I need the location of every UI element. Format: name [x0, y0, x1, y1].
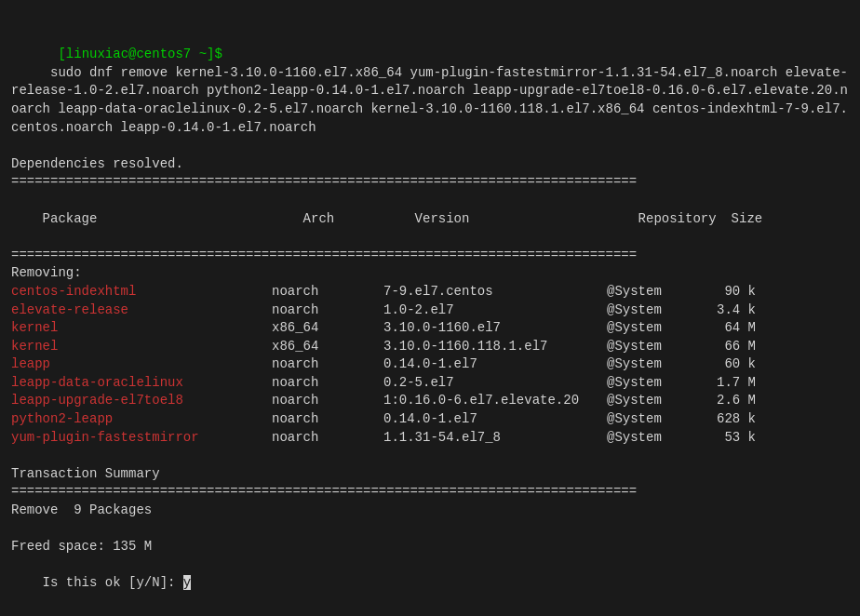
- pkg-name: leapp-data-oraclelinux: [11, 374, 272, 393]
- header-package: Package: [43, 210, 303, 229]
- freed-space: Freed space: 135 M: [11, 538, 849, 556]
- pkg-arch: noarch: [272, 429, 383, 448]
- pkg-arch: x86_64: [272, 319, 383, 338]
- terminal: [linuxiac@centos7 ~]$ sudo dnf remove ke…: [0, 0, 860, 616]
- separator-3: ========================================…: [11, 483, 849, 502]
- removing-label: Removing:: [11, 264, 849, 283]
- table-row: leapp-upgrade-el7toel8noarch1:0.16.0-6.e…: [11, 392, 849, 410]
- pkg-size: 64 M: [700, 319, 756, 338]
- blank-1: [11, 447, 849, 465]
- pkg-version: 1:0.16.0-6.el7.elevate.20: [383, 392, 607, 410]
- pkg-name: kernel: [11, 338, 272, 356]
- pkg-name: leapp: [11, 355, 272, 374]
- pkg-size: 66 M: [700, 338, 756, 356]
- header-repository: Repository: [638, 210, 732, 229]
- table-row: leapp-data-oraclelinuxnoarch0.2-5.el7@Sy…: [11, 374, 849, 393]
- pkg-repo: @System: [607, 410, 700, 429]
- header-arch: Arch: [303, 210, 415, 229]
- pkg-name: kernel: [11, 319, 272, 338]
- prompt-line-2[interactable]: Is this ok [y/N]: y: [11, 556, 849, 611]
- pkg-name: python2-leapp: [11, 410, 272, 429]
- pkg-repo: @System: [607, 301, 700, 320]
- pkg-name: leapp-upgrade-el7toel8: [11, 392, 272, 410]
- blank-2: [11, 520, 849, 539]
- pkg-size: 53 k: [700, 429, 756, 448]
- pkg-version: 1.1.31-54.el7_8: [383, 429, 607, 448]
- command-line: [linuxiac@centos7 ~]$ sudo dnf remove ke…: [11, 9, 849, 155]
- pkg-repo: @System: [607, 338, 700, 356]
- table-row: kernelx86_643.10.0-1160.el7@System64 M: [11, 319, 849, 338]
- deps-resolved: Dependencies resolved.: [11, 155, 849, 174]
- pkg-version: 0.14.0-1.el7: [383, 355, 607, 374]
- pkg-size: 1.7 M: [700, 374, 756, 393]
- transaction-summary-label: Transaction Summary: [11, 465, 849, 484]
- pkg-size: 3.4 k: [700, 301, 756, 320]
- pkg-repo: @System: [607, 374, 700, 393]
- separator-1: ========================================…: [11, 173, 849, 192]
- pkg-size: 90 k: [700, 283, 756, 301]
- pkg-arch: x86_64: [272, 338, 383, 356]
- pkg-arch: noarch: [272, 301, 383, 320]
- table-header: PackageArchVersionRepositorySize: [11, 192, 849, 247]
- pkg-name: centos-indexhtml: [11, 283, 272, 301]
- header-size: Size: [732, 211, 763, 226]
- user-host: [linuxiac@centos7 ~]$: [58, 47, 222, 61]
- pkg-version: 3.10.0-1160.el7: [383, 319, 607, 338]
- pkg-repo: @System: [607, 355, 700, 374]
- table-row: yum-plugin-fastestmirrornoarch1.1.31-54.…: [11, 429, 849, 448]
- pkg-name: elevate-release: [11, 301, 272, 320]
- table-row: elevate-releasenoarch1.0-2.el7@System3.4…: [11, 301, 849, 320]
- pkg-version: 0.2-5.el7: [383, 374, 607, 393]
- header-version: Version: [415, 210, 638, 229]
- pkg-arch: noarch: [272, 410, 383, 429]
- prompt2-text: Is this ok [y/N]:: [43, 575, 183, 590]
- pkg-repo: @System: [607, 392, 700, 410]
- table-row: python2-leappnoarch0.14.0-1.el7@System62…: [11, 410, 849, 429]
- pkg-repo: @System: [607, 319, 700, 338]
- command-text: sudo dnf remove kernel-3.10.0-1160.el7.x…: [11, 65, 848, 135]
- remove-count: Remove 9 Packages: [11, 502, 849, 520]
- pkg-size: 60 k: [700, 355, 756, 374]
- package-list: centos-indexhtmlnoarch7-9.el7.centos@Sys…: [11, 283, 849, 447]
- pkg-version: 3.10.0-1160.118.1.el7: [383, 338, 607, 356]
- separator-2: ========================================…: [11, 247, 849, 265]
- pkg-version: 0.14.0-1.el7: [383, 410, 607, 429]
- table-row: leappnoarch0.14.0-1.el7@System60 k: [11, 355, 849, 374]
- pkg-version: 1.0-2.el7: [383, 301, 607, 320]
- table-row: centos-indexhtmlnoarch7-9.el7.centos@Sys…: [11, 283, 849, 301]
- pkg-arch: noarch: [272, 283, 383, 301]
- pkg-size: 628 k: [700, 410, 756, 429]
- pkg-name: yum-plugin-fastestmirror: [11, 429, 272, 448]
- pkg-repo: @System: [607, 429, 700, 448]
- pkg-arch: noarch: [272, 392, 383, 410]
- table-row: kernelx86_643.10.0-1160.118.1.el7@System…: [11, 338, 849, 356]
- pkg-version: 7-9.el7.centos: [383, 283, 607, 301]
- pkg-repo: @System: [607, 283, 700, 301]
- pkg-size: 2.6 M: [700, 392, 756, 410]
- pkg-arch: noarch: [272, 355, 383, 374]
- input-cursor[interactable]: y: [183, 575, 191, 590]
- pkg-arch: noarch: [272, 374, 383, 393]
